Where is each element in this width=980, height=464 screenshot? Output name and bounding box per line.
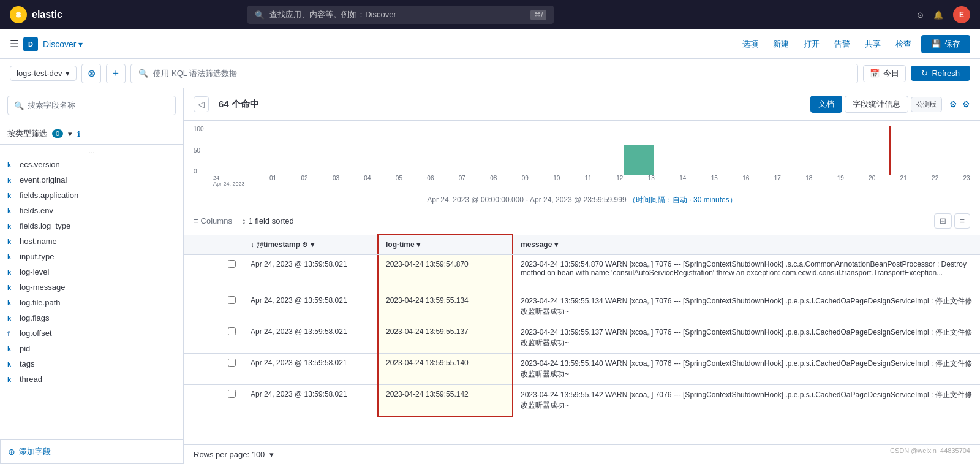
sidebar-item-tags[interactable]: k tags xyxy=(0,356,183,371)
sidebar-item-log-file-path[interactable]: k log.file.path xyxy=(0,295,183,310)
td-logtime-5: 2023-04-24 13:59:55.142 xyxy=(378,385,513,416)
collapse-sidebar-button[interactable]: ◁ xyxy=(194,96,209,112)
index-pattern-selector[interactable]: logs-test-dev ▾ xyxy=(10,66,77,81)
tab-documents[interactable]: 文档 xyxy=(810,96,842,113)
table-row: ▷ Apr 24, 2023 @ 13:59:58.021 2023-04-24… xyxy=(184,385,980,416)
add-field-button[interactable]: ⊕ 添加字段 xyxy=(0,439,183,464)
filter-dropdown-icon[interactable]: ▾ xyxy=(68,129,72,139)
options-button[interactable]: 选项 xyxy=(737,36,763,52)
app-name-button[interactable]: Discover ▾ xyxy=(43,39,83,49)
x-label-23: 23 xyxy=(963,175,970,187)
th-message[interactable]: message ▾ xyxy=(513,235,980,254)
save-label: 保存 xyxy=(944,39,960,50)
row-checkbox[interactable] xyxy=(228,359,236,367)
sidebar-item-log-flags[interactable]: k log.flags xyxy=(0,310,183,325)
message-text: 2023-04-24 13:59:55.137 WARN [xcoa,,] 70… xyxy=(521,327,973,348)
expand-row-button[interactable]: ▷ xyxy=(191,296,196,304)
message-text: 2023-04-24 13:59:54.870 WARN [xcoa,,] 70… xyxy=(521,260,973,277)
open-button[interactable]: 打开 xyxy=(799,36,824,52)
row-checkbox[interactable] xyxy=(228,260,236,268)
td-checkbox xyxy=(221,254,243,291)
y-label-50: 50 xyxy=(194,147,211,154)
help-icon[interactable]: ⊙ xyxy=(917,10,924,20)
th-logtime[interactable]: log-time ▾ xyxy=(378,235,513,254)
sidebar-item-fields-application[interactable]: k fields.application xyxy=(0,188,183,203)
inspect-button[interactable]: 检查 xyxy=(891,36,916,52)
add-filter-button[interactable]: ＋ xyxy=(106,64,126,83)
td-timestamp-5: Apr 24, 2023 @ 13:59:58.021 xyxy=(243,385,378,416)
user-avatar[interactable]: E xyxy=(953,6,970,23)
kql-placeholder: 使用 KQL 语法筛选数据 xyxy=(153,68,237,79)
table-row: ▷ Apr 24, 2023 @ 13:59:58.021 2023-04-24… xyxy=(184,322,980,354)
sidebar-item-fields-env[interactable]: k fields.env xyxy=(0,203,183,218)
notifications-icon[interactable]: 🔔 xyxy=(933,10,943,20)
list-view-button[interactable]: ≡ xyxy=(954,213,970,229)
field-search-placeholder: 搜索字段名称 xyxy=(28,100,75,111)
sidebar-item-log-message[interactable]: k log-message xyxy=(0,280,183,295)
view-toggle: ⊞ ≡ xyxy=(934,213,970,229)
th-timestamp[interactable]: ↓ @timestamp ⏱ ▾ xyxy=(243,235,378,254)
columns-button[interactable]: ≡ Columns xyxy=(194,216,232,226)
x-label-11: 11 xyxy=(585,175,592,187)
save-button[interactable]: 💾 保存 xyxy=(921,35,970,53)
x-label-07: 07 xyxy=(459,175,466,187)
sidebar-item-log-offset[interactable]: f log.offset xyxy=(0,325,183,341)
expand-row-button[interactable]: ▷ xyxy=(191,327,196,335)
row-checkbox[interactable] xyxy=(228,296,236,304)
sidebar-item-log-level[interactable]: k log-level xyxy=(0,264,183,280)
expand-row-button[interactable]: ▷ xyxy=(191,390,196,398)
sidebar-item-host-name[interactable]: k host.name xyxy=(0,234,183,249)
row-checkbox[interactable] xyxy=(228,327,236,335)
td-actions: ▷ xyxy=(184,291,221,322)
sidebar-item-fields-log-type[interactable]: k fields.log_type xyxy=(0,218,183,234)
message-text: 2023-04-24 13:59:55.140 WARN [xcoa,,] 70… xyxy=(521,359,973,379)
bar-13[interactable] xyxy=(624,145,655,175)
timestamp-clock-icon: ⏱ xyxy=(302,242,308,248)
field-search-input[interactable]: 🔍 搜索字段名称 xyxy=(7,96,176,115)
field-name-label: log.flags xyxy=(20,313,176,322)
plus-circle-icon[interactable]: ⊕ xyxy=(949,277,956,286)
th-actions xyxy=(184,235,221,254)
sidebar-item-event-original[interactable]: k event.original xyxy=(0,172,183,188)
histogram-container: 100 50 0 xyxy=(184,121,980,192)
sidebar-item-thread[interactable]: k thread xyxy=(0,371,183,387)
table-footer: Rows per page: 100 ▾ xyxy=(184,444,980,464)
tab-field-stats[interactable]: 字段统计信息 xyxy=(845,96,908,113)
alert-button[interactable]: 告警 xyxy=(829,36,855,52)
date-picker-button[interactable]: 📅 今日 xyxy=(863,65,906,82)
td-actions: ▷ xyxy=(184,385,221,416)
filter-options-button[interactable]: ⊛ xyxy=(81,64,101,83)
elastic-text: elastic xyxy=(32,9,62,20)
x-label-19: 19 xyxy=(837,175,844,187)
sidebar-item-input-type[interactable]: k input.type xyxy=(0,249,183,264)
filter-icon[interactable]: ⊙ xyxy=(967,277,973,286)
field-type-icon: k xyxy=(7,253,16,261)
sidebar-item-ecs-version[interactable]: k ecs.version xyxy=(0,157,183,172)
kql-search-bar[interactable]: 🔍 使用 KQL 语法筛选数据 xyxy=(130,64,858,83)
expand-row-button[interactable]: ▷ xyxy=(191,359,196,367)
rows-per-page-chevron[interactable]: ▾ xyxy=(270,450,274,459)
sort-label: ↕ 1 field sorted xyxy=(242,216,294,226)
share-button[interactable]: 共享 xyxy=(860,36,886,52)
refresh-button[interactable]: ↻ Refresh xyxy=(911,66,970,81)
row-checkbox[interactable] xyxy=(228,390,236,398)
elastic-logo[interactable]: elastic xyxy=(10,6,62,23)
field-name-label: log.file.path xyxy=(20,298,176,307)
expand-row-button[interactable]: ▷ xyxy=(191,260,196,268)
td-checkbox xyxy=(221,385,243,416)
sidebar-item-pid[interactable]: k pid xyxy=(0,341,183,356)
td-message-4: 2023-04-24 13:59:55.140 WARN [xcoa,,] 70… xyxy=(513,354,980,385)
table-row: ▷ Apr 24, 2023 @ 13:59:58.021 2023-04-24… xyxy=(184,291,980,322)
sidebar-search-area: 🔍 搜索字段名称 xyxy=(0,88,183,123)
grid-view-button[interactable]: ⊞ xyxy=(934,213,952,229)
filter-info-icon[interactable]: ℹ xyxy=(77,129,80,139)
td-timestamp-2: Apr 24, 2023 @ 13:59:58.021 xyxy=(243,291,378,322)
app-name-label: Discover xyxy=(43,39,76,49)
minus-circle-icon[interactable]: ⊖ xyxy=(958,277,964,286)
filter-count-badge: 0 xyxy=(52,129,63,138)
settings-icon[interactable]: ⚙ xyxy=(949,99,957,109)
hamburger-menu[interactable]: ☰ xyxy=(10,38,18,50)
new-button[interactable]: 新建 xyxy=(768,36,794,52)
gear-icon[interactable]: ⚙ xyxy=(962,99,970,109)
global-search-bar[interactable]: 🔍 查找应用、内容等。例如：Discover ⌘/ xyxy=(247,6,554,24)
